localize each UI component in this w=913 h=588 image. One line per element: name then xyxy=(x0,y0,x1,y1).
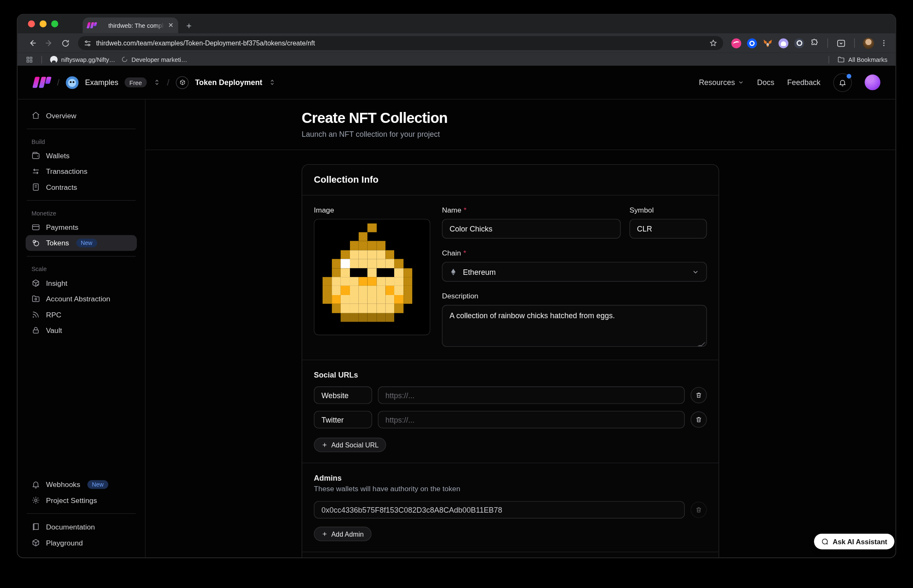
sidebar-item-label: Contracts xyxy=(46,183,77,191)
sidebar-item-webhooks[interactable]: Webhooks New xyxy=(26,476,137,492)
bookmark-label: Developer marketi… xyxy=(131,56,187,63)
tokens-icon xyxy=(32,239,40,247)
card-footer: Next xyxy=(302,552,719,558)
sidebar-item-documentation[interactable]: Documentation xyxy=(26,519,137,535)
sidebar-item-vault[interactable]: Vault xyxy=(26,322,137,338)
bookmark-star-icon[interactable] xyxy=(709,39,717,47)
project-name[interactable]: Token Deployment xyxy=(195,78,262,87)
nav-resources[interactable]: Resources xyxy=(699,78,744,87)
chrome-profile-avatar[interactable] xyxy=(863,37,874,48)
sidebar-item-overview[interactable]: Overview xyxy=(26,108,137,123)
sidebar-item-tokens[interactable]: Tokens New xyxy=(26,235,137,251)
sidebar-item-rpc[interactable]: RPC xyxy=(26,307,137,322)
social-platform-input[interactable] xyxy=(314,386,372,404)
extension-blue-icon[interactable] xyxy=(747,38,757,48)
symbol-label: Symbol xyxy=(630,206,707,214)
browser-tab[interactable]: thirdweb: The complete web3… ✕ xyxy=(83,17,178,33)
sidebar-item-label: Vault xyxy=(46,326,62,334)
social-url-input[interactable] xyxy=(378,386,685,404)
chrome-menu-icon[interactable] xyxy=(880,39,888,47)
window-controls xyxy=(17,15,66,33)
new-tab-button[interactable] xyxy=(185,22,193,33)
new-badge: New xyxy=(87,480,108,489)
add-admin-label: Add Admin xyxy=(331,530,364,537)
name-input[interactable] xyxy=(442,219,620,239)
github-icon xyxy=(50,56,58,63)
description-textarea[interactable]: A collection of rainbow chicks hatched f… xyxy=(442,305,707,347)
nav-docs[interactable]: Docs xyxy=(757,78,774,87)
insight-icon xyxy=(32,279,40,287)
tab-search-icon[interactable] xyxy=(836,38,846,48)
thirdweb-logo[interactable] xyxy=(34,77,51,88)
chain-value: Ethereum xyxy=(463,267,496,276)
all-bookmarks-button[interactable]: All Bookmarks xyxy=(837,56,887,63)
phantom-extension-icon[interactable] xyxy=(779,38,789,48)
admins-subtitle: These wallets will have authority on the… xyxy=(314,485,707,493)
page-subtitle: Launch an NFT collection for your projec… xyxy=(302,130,719,138)
notifications-button[interactable] xyxy=(833,73,852,92)
delete-social-row-button[interactable] xyxy=(691,412,707,428)
add-social-url-label: Add Social URL xyxy=(331,442,379,449)
divider xyxy=(27,200,136,201)
ethereum-icon xyxy=(449,268,457,276)
apps-grid-icon[interactable] xyxy=(26,56,33,63)
extensions-puzzle-icon[interactable] xyxy=(810,38,819,48)
sidebar-item-contracts[interactable]: Contracts xyxy=(26,179,137,195)
project-icon xyxy=(176,76,189,88)
sidebar-item-insight[interactable]: Insight xyxy=(26,275,137,291)
user-avatar[interactable] xyxy=(865,74,880,90)
sidebar-item-playground[interactable]: Playground xyxy=(26,535,137,551)
sidebar-item-label: Overview xyxy=(46,112,76,120)
sidebar-section-build: Build xyxy=(26,134,137,148)
minimize-window-button[interactable] xyxy=(40,20,47,27)
extension-pink-icon[interactable] xyxy=(731,38,742,48)
tab-close-icon[interactable]: ✕ xyxy=(168,22,174,29)
sidebar-item-label: Project Settings xyxy=(46,496,97,504)
ask-ai-assistant-label: Ask AI Assistant xyxy=(833,537,887,545)
trash-icon xyxy=(695,416,702,423)
admins-title: Admins xyxy=(314,474,707,482)
bell-icon xyxy=(838,78,846,86)
breadcrumb-separator: / xyxy=(167,77,170,88)
sidebar-item-wallets[interactable]: Wallets xyxy=(26,148,137,163)
chain-select[interactable]: Ethereum xyxy=(442,262,707,282)
site-settings-icon[interactable] xyxy=(84,39,91,47)
sidebar-item-transactions[interactable]: Transactions xyxy=(26,164,137,179)
sidebar: Overview Build Wallets Transactions C xyxy=(17,99,145,557)
symbol-input[interactable] xyxy=(630,219,707,239)
reload-button[interactable] xyxy=(58,36,72,50)
sidebar-item-project-settings[interactable]: Project Settings xyxy=(26,492,137,508)
back-button[interactable] xyxy=(26,36,40,50)
url-bar[interactable]: thirdweb.com/team/examples/Token-Deploym… xyxy=(78,36,723,50)
close-window-button[interactable] xyxy=(28,20,35,27)
card-header: Collection Info xyxy=(302,165,719,195)
social-url-input[interactable] xyxy=(378,411,685,428)
add-admin-button[interactable]: Add Admin xyxy=(314,527,371,541)
trash-icon xyxy=(695,506,702,514)
extension-dark-icon[interactable] xyxy=(794,38,804,48)
social-platform-input[interactable] xyxy=(314,411,372,428)
collection-image[interactable] xyxy=(314,219,430,335)
add-social-url-button[interactable]: Add Social URL xyxy=(314,438,386,452)
delete-social-row-button[interactable] xyxy=(691,387,707,403)
social-urls-section: Social URLs xyxy=(302,359,719,463)
nav-feedback[interactable]: Feedback xyxy=(787,78,820,87)
sidebar-item-account-abstraction[interactable]: Account Abstraction xyxy=(26,291,137,306)
required-asterisk: * xyxy=(463,249,466,257)
admin-address-input[interactable] xyxy=(314,501,685,518)
bookmark-developer-marketing[interactable]: Developer marketi… xyxy=(121,56,187,63)
sidebar-item-payments[interactable]: Payments xyxy=(26,219,137,235)
bell-icon xyxy=(32,480,40,489)
payments-icon xyxy=(32,223,40,232)
team-switcher-icon[interactable] xyxy=(153,79,160,86)
screen: thirdweb: The complete web3… ✕ th xyxy=(0,0,913,588)
breadcrumb-separator: / xyxy=(57,77,60,88)
metamask-extension-icon[interactable] xyxy=(763,38,773,48)
team-name[interactable]: Examples xyxy=(85,78,118,87)
zoom-window-button[interactable] xyxy=(51,20,59,27)
bookmark-niftyswap[interactable]: niftyswap.gg/Nifty… xyxy=(50,56,115,63)
project-switcher-icon[interactable] xyxy=(269,79,276,86)
forward-button[interactable] xyxy=(42,36,56,50)
ask-ai-assistant-button[interactable]: Ask AI Assistant xyxy=(814,534,894,549)
required-asterisk: * xyxy=(464,206,467,214)
